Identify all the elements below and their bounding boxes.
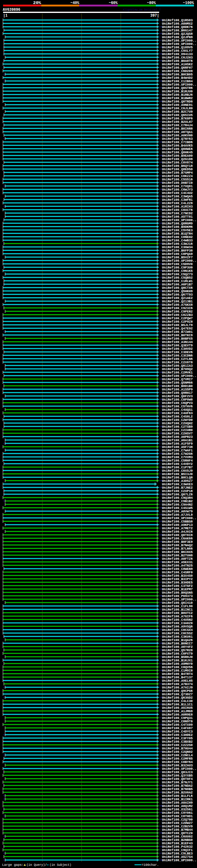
svg-text:(in Subject): (in Subject) <box>50 863 71 867</box>
svg-text:20%: 20% <box>33 1 41 5</box>
svg-text:=100char.: =100char. <box>141 863 159 867</box>
svg-text:~80%: ~80% <box>147 1 156 5</box>
svg-text:~40%: ~40% <box>70 1 79 5</box>
svg-text:UniRef100_UPI000..: UniRef100_UPI000.. <box>162 858 197 862</box>
svg-text:AV639896: AV639896 <box>3 7 20 12</box>
svg-text:|1: |1 <box>3 13 8 18</box>
svg-text:397|: 397| <box>150 13 159 18</box>
svg-text:~60%: ~60% <box>109 1 118 5</box>
svg-text:~100%: ~100% <box>183 1 194 5</box>
svg-text:Large gaps:: Large gaps: <box>2 863 24 867</box>
svg-text:(in Query)/: (in Query)/ <box>27 863 47 867</box>
svg-text:AlignView.pm Beta rel.7: AlignView.pm Beta rel.7 <box>123 8 161 12</box>
